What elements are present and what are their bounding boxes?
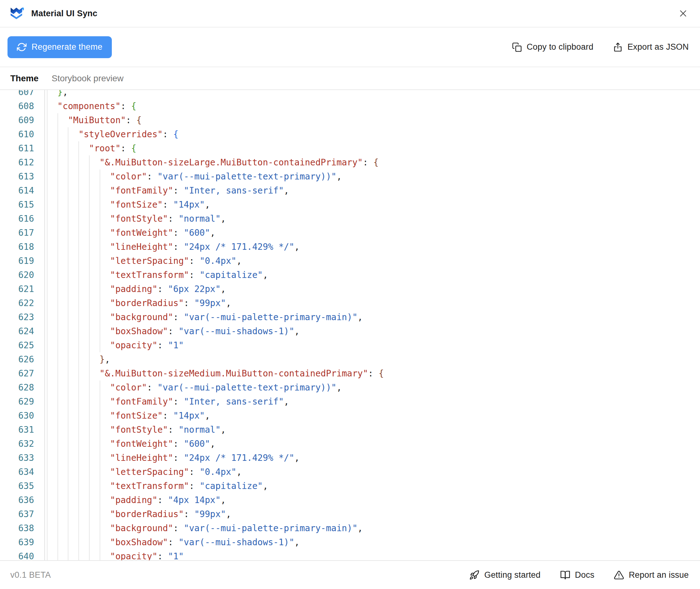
code-line: 631"fontStyle": "normal", [0,423,700,437]
line-number: 632 [0,437,45,451]
indent-guides [47,212,110,226]
getting-started-link[interactable]: Getting started [469,570,541,580]
line-number: 629 [0,395,45,409]
indent-guides [47,549,110,560]
code-line: 610"styleOverrides": { [0,127,700,141]
line-number: 618 [0,240,45,254]
code-token: "fontFamily" [110,184,173,198]
code-line: 636"padding": "4px 14px", [0,493,700,507]
code-token: : [120,141,131,155]
code-token: , [336,169,342,184]
close-button[interactable] [677,7,689,20]
indent-guides [47,366,100,380]
indent-guides [47,184,110,198]
code-token: , [294,535,300,549]
indent-guides [47,521,110,535]
version-badge: v0.1 BETA [10,570,51,580]
code-token: , [294,324,300,338]
code-token: , [205,409,210,423]
line-number: 634 [0,465,45,479]
tab-storybook-preview[interactable]: Storybook preview [51,73,123,83]
code-token: "6px 22px" [168,282,221,296]
code-token: : [168,324,179,338]
code-token: : [157,338,168,352]
code-token: "fontStyle" [110,423,168,437]
code-token: { [373,155,379,169]
code-line: 627"&.MuiButton-sizeMedium.MuiButton-con… [0,366,700,380]
code-token: "lineHeight" [110,240,173,254]
indent-guides [47,338,110,352]
code-token: : [168,423,179,437]
code-token: "components" [57,99,120,113]
code-line: 624"boxShadow": "var(--mui-shadows-1)", [0,324,700,338]
code-token: "textTransform" [110,268,189,282]
code-token: "var(--mui-palette-text-primary))" [157,169,336,184]
indent-guides [47,155,100,169]
indent-guides [47,282,110,296]
report-an-issue-link[interactable]: Report an issue [614,570,689,580]
regenerate-theme-button[interactable]: Regenerate theme [7,36,112,58]
export-icon [613,42,623,52]
code-token: , [63,90,68,99]
code-token: , [284,184,289,198]
indent-guides [47,380,110,395]
code-token: "fontSize" [110,198,163,212]
code-token: "fontStyle" [110,212,168,226]
code-line: 639"boxShadow": "var(--mui-shadows-1)", [0,535,700,549]
code-token: "opacity" [110,549,157,560]
footer-links: Getting started Docs Report an issue [469,570,689,580]
code-token: , [263,479,268,493]
line-number: 607 [0,90,45,99]
code-line: 630"fontSize": "14px", [0,409,700,423]
code-token: { [379,366,384,380]
export-as-json-button[interactable]: Export as JSON [613,42,689,52]
code-editor[interactable]: 607},608"components": {609"MuiButton": {… [0,90,700,560]
code-token: "boxShadow" [110,324,168,338]
code-token: , [358,310,363,324]
code-token: "14px" [173,198,205,212]
code-token: { [173,127,179,141]
indent-guides [47,127,78,141]
code-token: : [173,240,184,254]
code-token: : [189,465,200,479]
docs-link[interactable]: Docs [560,570,595,580]
code-line: 623"background": "var(--mui-palette-prim… [0,310,700,324]
code-token: , [294,240,300,254]
code-token: "Inter, sans-serif" [184,184,284,198]
code-token: "Inter, sans-serif" [184,395,284,409]
code-token: : [163,127,173,141]
code-token: : [184,507,194,521]
code-token: } [57,90,63,99]
tab-theme[interactable]: Theme [10,73,38,83]
code-token: "color" [110,169,147,184]
code-token: "24px /* 171.429% */" [184,240,294,254]
line-number: 610 [0,127,45,141]
code-token: "boxShadow" [110,535,168,549]
code-token: "var(--mui-palette-primary-main)" [184,521,357,535]
rocket-icon [469,570,479,580]
close-icon [678,8,688,18]
code-line: 619"letterSpacing": "0.4px", [0,254,700,268]
code-token: , [226,507,231,521]
code-token: : [189,254,200,268]
code-token: "14px" [173,409,205,423]
code-token: "normal" [179,423,221,437]
mui-sync-plugin-window: Material UI Sync Regenerate theme Copy t… [0,0,700,589]
indent-guides [47,198,110,212]
code-token: "letterSpacing" [110,465,189,479]
code-token: "color" [110,380,147,395]
code-token: , [205,198,210,212]
warning-icon [614,570,624,580]
code-token: "var(--mui-palette-primary-main)" [184,310,357,324]
line-number: 639 [0,535,45,549]
code-line: 622"borderRadius": "99px", [0,296,700,310]
code-line: 608"components": { [0,99,700,113]
code-token: "borderRadius" [110,507,184,521]
indent-guides [47,169,110,184]
code-token: "root" [89,141,120,155]
copy-to-clipboard-button[interactable]: Copy to clipboard [512,42,594,52]
indent-guides [47,141,89,155]
code-token: : [173,226,184,240]
code-token: , [263,268,268,282]
code-token: "1" [168,338,184,352]
